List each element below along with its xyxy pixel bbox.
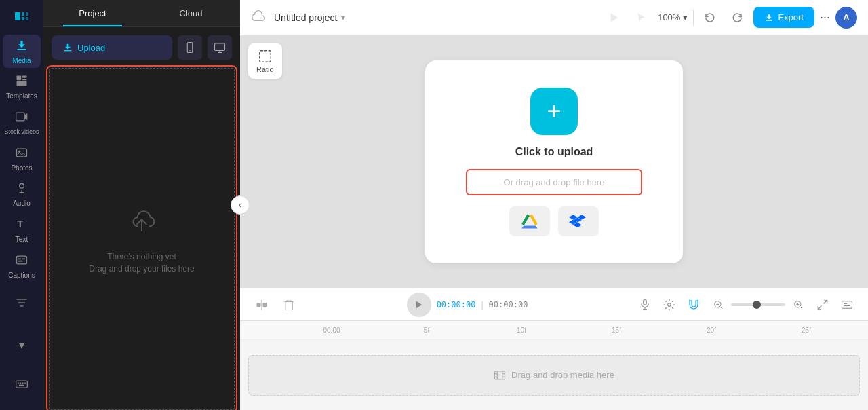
panel-collapse-button[interactable]: ‹ [231,195,250,215]
ruler-mark-0: 00:00 [284,327,379,334]
sidebar-item-stock-videos[interactable]: Stock videos [3,107,41,140]
sidebar-item-captions[interactable]: Captions [3,249,41,282]
timeline-play-button[interactable] [407,293,431,317]
svg-text:T: T [17,218,23,229]
tab-project[interactable]: Project [43,0,142,26]
cursor-button[interactable] [631,7,652,29]
sidebar-item-media[interactable]: Media [3,35,41,68]
sidebar-item-templates[interactable]: Templates [3,71,41,104]
timeline-toolbar: 00:00:00 | 00:00:00 [240,288,868,321]
upload-plus-button[interactable]: + [530,88,578,135]
svg-rect-28 [19,385,24,386]
ruler-mark-3: 15f [569,327,664,334]
expand-icon: ▾ [19,339,24,352]
caption-timeline-button[interactable] [837,295,857,315]
drag-drop-field[interactable]: Or drag and drop file here [466,169,642,195]
magnet-button[interactable] [684,295,704,315]
avatar[interactable]: A [835,7,857,29]
ratio-button[interactable]: Ratio [248,43,282,79]
export-button[interactable]: Export [753,7,814,28]
dropbox-icon [569,212,588,231]
panel-tabs: Project Cloud [43,0,240,27]
effects-icon [663,299,675,311]
svg-marker-37 [416,301,422,308]
photos-icon [15,146,28,163]
svg-point-30 [189,50,191,52]
ruler-marks: 00:00 5f 10f 15f 20f 25f [284,327,854,334]
ruler-mark-2: 10f [474,327,569,334]
fullscreen-button[interactable] [812,295,833,315]
zoom-in-icon [793,299,804,310]
cloud-service-icons [509,206,599,236]
sidebar-item-text[interactable]: T Text [3,214,41,247]
sidebar-item-audio[interactable]: Audio [3,178,41,211]
media-icon [15,39,28,56]
svg-rect-16 [17,256,27,264]
sidebar-item-filter[interactable] [3,285,41,323]
undo-icon [704,12,716,24]
zoom-control[interactable]: 100% ▾ [658,12,688,22]
magnet-icon [688,299,700,311]
redo-icon [731,12,743,24]
svg-rect-8 [17,81,27,86]
upload-card: + Click to upload Or drag and drop file … [425,60,683,263]
play-button[interactable] [604,7,625,29]
svg-rect-36 [263,303,267,307]
more-options-button[interactable]: ··· [820,10,830,24]
zoom-slider[interactable] [708,295,808,315]
effects-button[interactable] [659,295,679,315]
upload-buttons-row: Upload [43,27,240,68]
ruler-mark-5: 25f [759,327,854,334]
panel-drop-zone[interactable]: There's nothing yet Drag and drop your f… [49,68,235,410]
project-title[interactable]: Untitled project ▾ [274,12,345,23]
svg-rect-56 [495,371,505,379]
svg-rect-31 [215,43,225,51]
svg-line-51 [824,300,827,303]
media-drop-zone[interactable]: Drag and drop media here [248,355,860,396]
split-tool-button[interactable] [251,294,273,316]
tab-cloud[interactable]: Cloud [142,0,240,26]
svg-rect-1 [22,12,24,16]
sidebar-item-expand[interactable]: ▾ [3,326,41,364]
app-logo[interactable] [9,5,34,26]
delete-button[interactable] [278,294,300,316]
svg-rect-33 [260,51,271,62]
google-drive-button[interactable] [509,206,550,236]
microphone-button[interactable] [635,295,655,315]
zoom-in-button[interactable] [788,295,808,315]
svg-rect-19 [18,260,23,261]
upload-button[interactable]: Upload [52,35,172,60]
redo-button[interactable] [726,7,748,29]
svg-rect-38 [644,299,647,305]
sidebar-item-photos[interactable]: Photos [3,142,41,175]
screen-upload-button[interactable] [208,35,232,60]
phone-upload-button[interactable] [178,35,202,60]
export-icon [764,13,774,22]
zoom-thumb[interactable] [753,301,761,309]
timeline-current-time: 00:00:00 [437,300,476,310]
phone-icon [184,41,196,54]
delete-icon [283,299,295,311]
topbar-controls: 100% ▾ Export [604,7,857,29]
zoom-out-button[interactable] [708,295,728,315]
text-label: Text [16,236,28,243]
timeline-time-divider: | [481,300,483,310]
upload-icon [62,42,73,53]
undo-button[interactable] [699,7,721,29]
svg-rect-9 [16,113,25,121]
svg-rect-3 [26,12,28,16]
timeline-ruler: 00:00 5f 10f 15f 20f 25f [240,321,868,340]
media-label: Media [12,57,31,64]
templates-label: Templates [6,92,37,100]
play-icon [608,12,620,24]
svg-rect-6 [22,76,27,78]
ratio-label: Ratio [256,65,274,73]
zoom-track[interactable] [731,303,785,306]
sidebar-item-keyboard[interactable] [3,367,41,405]
audio-icon [15,181,28,198]
stock-videos-icon [15,110,28,127]
zoom-out-icon [713,299,724,310]
cloud-icon [251,8,266,26]
split-icon [256,299,268,311]
dropbox-button[interactable] [558,206,599,236]
